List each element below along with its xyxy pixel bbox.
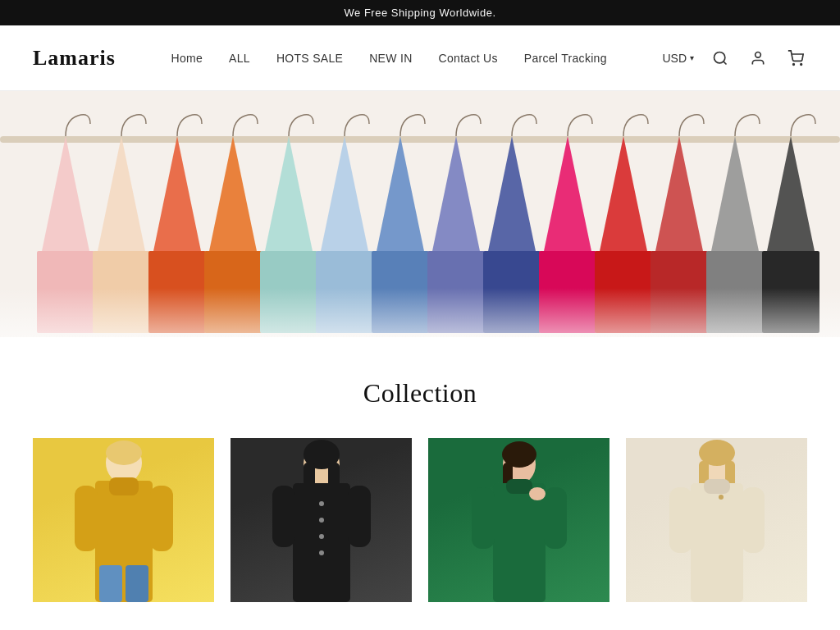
chevron-down-icon: ▾	[690, 53, 694, 62]
product-figure-2	[248, 438, 395, 602]
nav-links: Home ALL HOTS SALE NEW IN Contact Us Par…	[171, 51, 607, 66]
currency-selector[interactable]: USD ▾	[662, 52, 694, 65]
product-card-4[interactable]	[626, 438, 807, 602]
product-image-3	[428, 438, 609, 602]
svg-point-49	[319, 501, 324, 506]
collection-grid	[33, 438, 807, 602]
product-card-1[interactable]	[33, 438, 214, 602]
svg-point-71	[719, 495, 724, 500]
nav-icons: USD ▾	[662, 47, 807, 70]
svg-rect-41	[150, 486, 173, 551]
nav-link-all[interactable]: ALL	[229, 52, 250, 65]
svg-point-3	[793, 63, 795, 65]
nav-link-parcel[interactable]: Parcel Tracking	[524, 52, 607, 65]
svg-rect-35	[0, 288, 840, 337]
svg-rect-53	[272, 486, 295, 547]
collection-section: Collection	[0, 337, 840, 619]
hero-image	[0, 91, 840, 337]
svg-rect-43	[126, 565, 148, 602]
svg-point-52	[319, 550, 324, 555]
svg-rect-59	[506, 479, 532, 494]
nav-item-parcel: Parcel Tracking	[524, 51, 607, 66]
svg-rect-60	[472, 487, 495, 549]
nav-item-contact: Contact Us	[439, 51, 498, 66]
svg-point-50	[319, 518, 324, 523]
header: Lamaris Home ALL HOTS SALE NEW IN Contac…	[0, 25, 840, 91]
account-icon	[750, 50, 766, 66]
svg-rect-69	[669, 487, 692, 553]
svg-rect-39	[109, 477, 139, 495]
search-icon	[712, 50, 728, 66]
svg-point-0	[714, 52, 725, 62]
svg-line-1	[724, 61, 727, 64]
svg-rect-58	[493, 483, 546, 602]
svg-point-37	[106, 441, 142, 465]
svg-rect-42	[99, 565, 122, 602]
svg-rect-54	[348, 486, 371, 547]
cart-button[interactable]	[784, 47, 807, 70]
collection-title: Collection	[33, 378, 807, 409]
product-figure-4	[643, 438, 791, 602]
svg-rect-61	[544, 487, 567, 549]
cart-icon	[788, 50, 804, 66]
svg-rect-67	[691, 483, 743, 602]
product-figure-1	[50, 438, 198, 602]
currency-value: USD	[662, 52, 687, 65]
announcement-bar: We Free Shipping Worldwide.	[0, 0, 840, 25]
nav-link-contact[interactable]: Contact Us	[439, 52, 498, 65]
nav-link-new-in[interactable]: NEW IN	[369, 52, 412, 65]
svg-point-62	[529, 487, 546, 500]
product-card-3[interactable]	[428, 438, 609, 602]
search-button[interactable]	[709, 47, 732, 70]
nav-link-home[interactable]: Home	[171, 52, 203, 65]
main-nav: Home ALL HOTS SALE NEW IN Contact Us Par…	[171, 51, 607, 66]
product-image-2	[231, 438, 412, 602]
svg-rect-68	[704, 479, 730, 494]
product-image-1	[33, 438, 214, 602]
svg-rect-70	[742, 487, 765, 553]
nav-item-hots-sale: HOTS SALE	[276, 51, 343, 66]
product-figure-3	[445, 438, 593, 602]
svg-rect-6	[0, 136, 840, 143]
svg-rect-48	[293, 483, 350, 602]
nav-item-all: ALL	[229, 51, 250, 66]
nav-item-home: Home	[171, 51, 203, 66]
nav-link-hots-sale[interactable]: HOTS SALE	[276, 52, 343, 65]
nav-item-new-in: NEW IN	[369, 51, 412, 66]
product-image-4	[626, 438, 807, 602]
svg-rect-40	[75, 486, 98, 551]
product-card-2[interactable]	[231, 438, 412, 602]
svg-point-51	[319, 534, 324, 539]
svg-point-2	[756, 52, 761, 57]
announcement-text: We Free Shipping Worldwide.	[345, 7, 496, 19]
logo[interactable]: Lamaris	[33, 46, 116, 71]
account-button[interactable]	[746, 47, 769, 70]
hero-banner	[0, 91, 840, 337]
svg-point-4	[801, 63, 802, 65]
